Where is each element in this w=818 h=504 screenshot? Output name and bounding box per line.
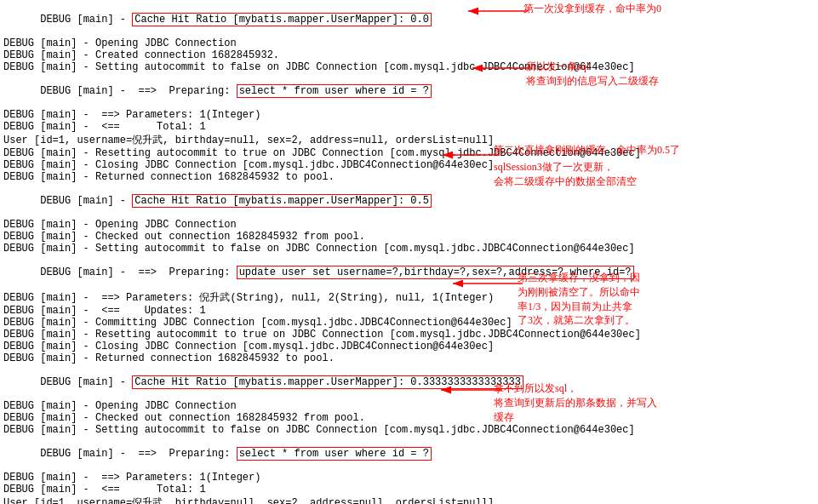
debug-prefix-23: DEBUG [main] -	[40, 376, 132, 388]
log-line-7: DEBUG [main] - <== Total: 1	[3, 121, 512, 133]
log-line-28: DEBUG [main] - ==> Parameters: 1(Integer…	[3, 472, 512, 484]
arrow-6	[434, 386, 502, 398]
annotation-1: 第一次没拿到缓存，命中率为0	[523, 2, 661, 16]
arrow-5	[446, 279, 523, 292]
log-line-20: DEBUG [main] - Resetting autocommit to t…	[3, 329, 512, 341]
cache-hit-1: Cache Hit Ratio [mybatis.mapper.UserMapp…	[132, 13, 432, 26]
log-line-29: DEBUG [main] - <== Total: 1	[3, 484, 512, 495]
log-line-3: DEBUG [main] - Created connection 168284…	[3, 49, 512, 61]
log-line-6: DEBUG [main] - ==> Parameters: 1(Integer…	[3, 109, 512, 121]
log-line-19: DEBUG [main] - Committing JDBC Connectio…	[3, 317, 512, 329]
sql-highlight-1: select * from user where id = ?	[237, 84, 432, 98]
log-container: DEBUG [main] - Cache Hit Ratio [mybatis.…	[0, 0, 515, 504]
log-line-24: DEBUG [main] - Opening JDBC Connection	[3, 400, 512, 412]
arrow-1	[460, 7, 528, 24]
annotation-5: 第三次拿缓存，没拿到，因为刚刚被清空了。所以命中率1/3，因为目前为止共拿了3次…	[518, 271, 640, 328]
annotation-3: 第二次直接拿刚刚的缓存，命中率为0.5了	[494, 143, 680, 158]
log-line-12: DEBUG [main] - Cache Hit Ratio [mybatis.…	[3, 183, 512, 219]
annotation-2: 所以发一条sql将查询到的信息写入二级缓存	[526, 60, 659, 89]
debug-prefix-12: DEBUG [main] -	[40, 195, 132, 207]
log-line-14: DEBUG [main] - Checked out connection 16…	[3, 231, 512, 243]
arrow-2	[464, 64, 532, 81]
sql-highlight-3: select * from user where id = ?	[237, 447, 432, 461]
log-line-17: DEBUG [main] - ==> Parameters: 倪升武(Strin…	[3, 290, 512, 305]
log-line-22: DEBUG [main] - Returned connection 16828…	[3, 352, 512, 364]
debug-prefix-5: DEBUG [main] - ==> Preparing:	[40, 85, 236, 97]
annotation-6: 拿不到所以发sql，将查询到更新后的那条数据，并写入缓存	[494, 381, 657, 424]
log-line-16: DEBUG [main] - ==> Preparing: update use…	[3, 255, 512, 290]
log-line-2: DEBUG [main] - Opening JDBC Connection	[3, 37, 512, 49]
log-line-27: DEBUG [main] - ==> Preparing: select * f…	[3, 436, 512, 472]
log-line-11: DEBUG [main] - Returned connection 16828…	[3, 171, 512, 183]
debug-prefix: DEBUG [main] -	[40, 14, 132, 26]
log-line-26: DEBUG [main] - Setting autocommit to fal…	[3, 424, 512, 436]
log-line-18: DEBUG [main] - <== Updates: 1	[3, 305, 512, 317]
log-line-15: DEBUG [main] - Setting autocommit to fal…	[3, 243, 512, 255]
debug-prefix-27: DEBUG [main] - ==> Preparing:	[40, 448, 236, 460]
log-line-13: DEBUG [main] - Opening JDBC Connection	[3, 219, 512, 231]
debug-prefix-16: DEBUG [main] - ==> Preparing:	[40, 266, 236, 278]
log-line-4: DEBUG [main] - Setting autocommit to fal…	[3, 61, 512, 73]
log-line-8: User [id=1, username=倪升武, birthday=null,…	[3, 133, 512, 147]
log-line-30: User [id=1, username=倪升武, birthday=null,…	[3, 495, 512, 504]
log-line-1: DEBUG [main] - Cache Hit Ratio [mybatis.…	[3, 2, 512, 37]
annotation-4: sqlSession3做了一次更新，会将二级缓存中的数据全部清空	[494, 160, 637, 189]
log-line-21: DEBUG [main] - Closing JDBC Connection […	[3, 341, 512, 352]
log-line-5: DEBUG [main] - ==> Preparing: select * f…	[3, 73, 512, 109]
cache-hit-2: Cache Hit Ratio [mybatis.mapper.UserMapp…	[132, 194, 432, 208]
log-line-25: DEBUG [main] - Checked out connection 16…	[3, 412, 512, 424]
arrow-3	[436, 151, 500, 163]
